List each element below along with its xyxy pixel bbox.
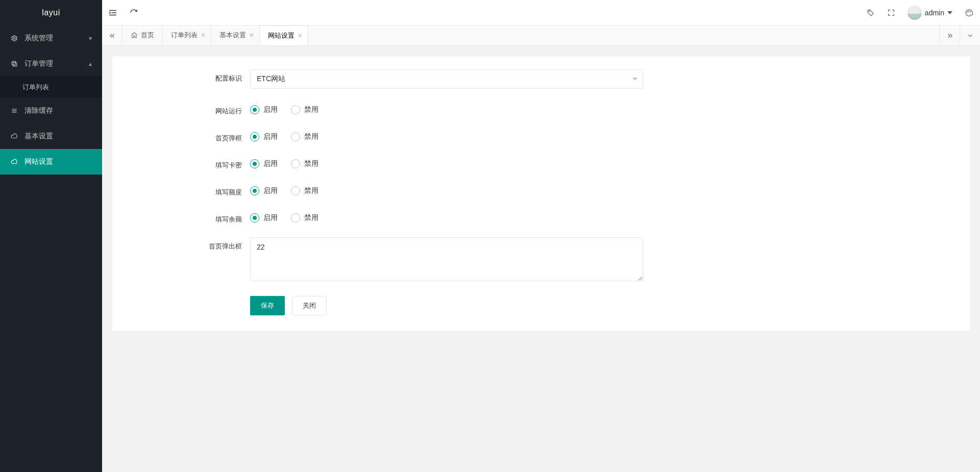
content: 配置标识 ETC网站 网站运行启用禁用首页弹框启用禁用填写卡密启用禁用填写额度启…	[102, 46, 980, 472]
tabs-more[interactable]	[960, 26, 980, 45]
fullscreen-button[interactable]	[881, 0, 901, 26]
field-label: 首页弹框	[204, 129, 250, 143]
field-label: 网站运行	[204, 102, 250, 116]
radio-circle-icon	[291, 186, 300, 195]
tabs-scroll-right[interactable]	[939, 26, 960, 45]
sidebar-item-orders[interactable]: 订单管理 ▴	[0, 51, 102, 77]
config-id-select[interactable]: ETC网站	[250, 69, 643, 89]
fill_card-disable-radio[interactable]: 禁用	[291, 159, 318, 168]
tag-button[interactable]	[861, 0, 881, 26]
theme-icon	[965, 8, 974, 17]
radio-circle-icon	[250, 132, 259, 141]
sidebar-item-site-settings[interactable]: 网站设置	[0, 149, 102, 175]
chevron-down-icon: ▾	[89, 35, 92, 42]
sidebar-item-label: 网站设置	[24, 157, 53, 166]
copy-icon	[10, 60, 18, 67]
tab-label: 订单列表	[171, 31, 198, 40]
chevron-down-icon	[947, 11, 952, 14]
sidebar-item-basic-settings[interactable]: 基本设置	[0, 123, 102, 149]
close-icon[interactable]: ✕	[297, 32, 304, 39]
tag-icon	[867, 9, 875, 17]
close-icon[interactable]: ✕	[200, 32, 207, 39]
fill_balance-disable-radio[interactable]: 禁用	[291, 213, 318, 222]
radio-label: 启用	[263, 132, 278, 141]
theme-button[interactable]	[959, 0, 980, 26]
refresh-icon	[130, 9, 138, 17]
save-button[interactable]: 保存	[250, 296, 285, 315]
tab-2[interactable]: 基本设置✕	[211, 26, 260, 45]
username: admin	[925, 9, 944, 17]
sidebar-item-label: 订单管理	[24, 59, 53, 68]
form-row-site_run: 网站运行启用禁用	[204, 102, 715, 116]
field-label: 首页弹出框	[204, 237, 250, 251]
radio-label: 启用	[263, 105, 278, 114]
select-value: ETC网站	[257, 74, 285, 84]
indent-icon	[108, 8, 117, 17]
radio-label: 禁用	[304, 186, 318, 195]
form-row-fill_balance: 填写余额启用禁用	[204, 210, 715, 224]
radio-label: 禁用	[304, 105, 318, 114]
fill_quota-disable-radio[interactable]: 禁用	[291, 186, 318, 195]
site_run-enable-radio[interactable]: 启用	[250, 105, 278, 114]
home_popup-enable-radio[interactable]: 启用	[250, 132, 278, 141]
popup-textarea[interactable]	[250, 237, 643, 281]
sidebar-item-label: 订单列表	[22, 83, 49, 92]
svg-point-10	[967, 12, 968, 13]
svg-rect-2	[12, 61, 15, 65]
sidebar-item-system[interactable]: 系统管理 ▾	[0, 26, 102, 51]
form-row-fill_card: 填写卡密启用禁用	[204, 156, 715, 170]
form-row-config-id: 配置标识 ETC网站	[204, 69, 715, 89]
avatar	[908, 6, 922, 20]
sidebar: layui 系统管理 ▾ 订单管理 ▴ 订单列表	[0, 0, 102, 472]
field-label: 配置标识	[204, 69, 250, 83]
home_popup-disable-radio[interactable]: 禁用	[291, 132, 318, 141]
chevron-down-icon	[967, 32, 974, 39]
tabs-scroll-left[interactable]	[102, 26, 122, 45]
tab-label: 网站设置	[268, 31, 295, 40]
radio-circle-icon	[250, 213, 259, 222]
tab-label: 首页	[141, 31, 154, 40]
double-left-icon	[109, 32, 116, 39]
sidebar-item-order-list[interactable]: 订单列表	[0, 77, 102, 98]
site_run-disable-radio[interactable]: 禁用	[291, 105, 318, 114]
tab-3[interactable]: 网站设置✕	[260, 26, 308, 45]
user-menu[interactable]: admin	[901, 0, 959, 26]
tab-label: 基本设置	[219, 31, 246, 40]
cloud-icon	[10, 158, 18, 165]
svg-point-9	[869, 11, 870, 12]
close-icon[interactable]: ✕	[248, 32, 255, 39]
field-label: 填写卡密	[204, 156, 250, 170]
sidebar-item-clear-cache[interactable]: 清除缓存	[0, 98, 102, 123]
tab-bar: 首页✕订单列表✕基本设置✕网站设置✕	[102, 26, 980, 46]
radio-circle-icon	[291, 159, 300, 168]
close-button[interactable]: 关闭	[292, 296, 327, 315]
field-label: 填写额度	[204, 183, 250, 197]
fullscreen-icon	[887, 9, 895, 17]
refresh-button[interactable]	[124, 0, 144, 26]
radio-label: 禁用	[304, 132, 318, 141]
chevron-up-icon: ▴	[89, 60, 92, 67]
sidebar-item-label: 基本设置	[24, 132, 53, 141]
tab-1[interactable]: 订单列表✕	[163, 26, 211, 45]
fill_balance-enable-radio[interactable]: 启用	[250, 213, 278, 222]
sidebar-item-label: 系统管理	[24, 34, 53, 43]
form-card: 配置标识 ETC网站 网站运行启用禁用首页弹框启用禁用填写卡密启用禁用填写额度启…	[112, 56, 970, 331]
tab-home[interactable]: 首页✕	[122, 26, 163, 45]
toggle-sidebar-button[interactable]	[102, 0, 124, 26]
svg-point-11	[969, 11, 970, 12]
fill_quota-enable-radio[interactable]: 启用	[250, 186, 278, 195]
side-nav: 系统管理 ▾ 订单管理 ▴ 订单列表 清除缓存	[0, 26, 102, 472]
site-settings-form: 配置标识 ETC网站 网站运行启用禁用首页弹框启用禁用填写卡密启用禁用填写额度启…	[204, 56, 715, 315]
logo: layui	[0, 0, 102, 26]
sidebar-children-orders: 订单列表	[0, 77, 102, 98]
radio-label: 启用	[263, 213, 278, 222]
radio-circle-icon	[291, 213, 300, 222]
radio-label: 禁用	[304, 213, 318, 222]
svg-point-12	[970, 11, 971, 12]
svg-rect-1	[13, 63, 17, 66]
radio-circle-icon	[250, 159, 259, 168]
radio-label: 启用	[263, 186, 278, 195]
sidebar-item-label: 清除缓存	[24, 106, 53, 115]
fill_card-enable-radio[interactable]: 启用	[250, 159, 278, 168]
form-row-actions: 保存 关闭	[204, 296, 715, 315]
